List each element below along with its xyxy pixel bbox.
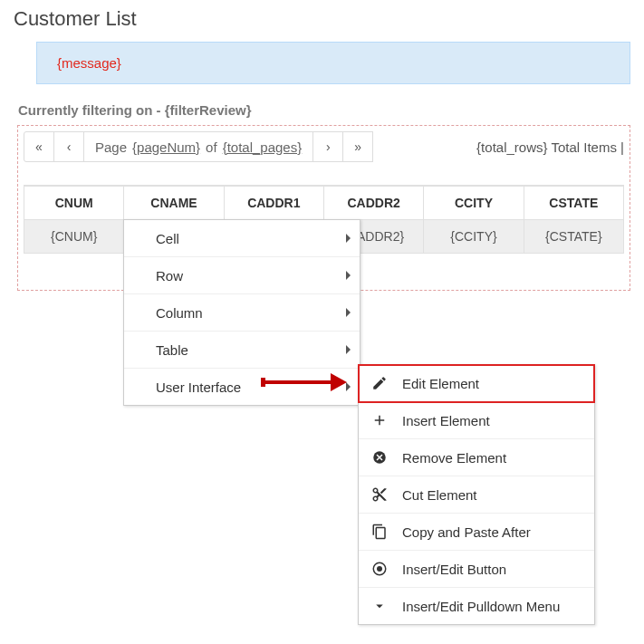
menu-item-label: User Interface bbox=[156, 380, 241, 395]
col-header[interactable]: CSTATE bbox=[524, 186, 623, 220]
pager: « ‹ Page {pageNum} of {total_pages} › » … bbox=[24, 131, 624, 162]
pager-last-button[interactable]: » bbox=[342, 131, 373, 162]
submenu-item-insert-edit-pulldown[interactable]: Insert/Edit Pulldown Menu bbox=[359, 588, 594, 624]
svg-point-2 bbox=[377, 566, 382, 572]
menu-item-label: Copy and Paste After bbox=[402, 524, 531, 540]
menu-item-label: Cell bbox=[156, 231, 179, 246]
filter-value: {filterReview} bbox=[165, 102, 252, 118]
copy-icon bbox=[370, 522, 389, 542]
filter-label-text: Currently filtering on - bbox=[18, 102, 165, 118]
context-submenu: Edit Element Insert Element Remove Eleme… bbox=[358, 364, 595, 625]
submenu-item-insert-element[interactable]: Insert Element bbox=[359, 402, 594, 439]
chevron-right-icon bbox=[346, 308, 351, 317]
submenu-item-edit-element[interactable]: Edit Element bbox=[359, 365, 594, 402]
chevron-right-icon bbox=[346, 345, 351, 354]
menu-item-label: Cut Element bbox=[402, 487, 477, 503]
col-header[interactable]: CADDR2 bbox=[323, 186, 423, 220]
submenu-item-cut-element[interactable]: Cut Element bbox=[359, 476, 594, 514]
pager-page-word: Page bbox=[95, 139, 127, 155]
context-menu: Cell Row Column Table User Interface bbox=[123, 219, 360, 406]
pager-totals: {total_rows} Total Items | bbox=[476, 139, 624, 155]
pager-label: Page {pageNum} of {total_pages} bbox=[83, 131, 313, 162]
plus-icon bbox=[370, 410, 389, 430]
menu-item-label: Table bbox=[156, 342, 188, 358]
pencil-icon bbox=[370, 373, 389, 393]
menu-item-label: Insert/Edit Pulldown Menu bbox=[402, 599, 560, 614]
col-header[interactable]: CADDR1 bbox=[224, 186, 323, 220]
pager-prev-button[interactable]: ‹ bbox=[53, 131, 84, 162]
message-box: {message} bbox=[36, 42, 630, 84]
filter-label: Currently filtering on - {filterReview} bbox=[18, 102, 630, 118]
menu-item-label: Edit Element bbox=[402, 376, 479, 391]
chevron-right-icon bbox=[346, 234, 351, 243]
chevron-right-icon bbox=[346, 382, 351, 391]
pager-next-button[interactable]: › bbox=[312, 131, 343, 162]
col-header[interactable]: CCITY bbox=[424, 186, 524, 220]
submenu-item-remove-element[interactable]: Remove Element bbox=[359, 439, 594, 476]
menu-item-cell[interactable]: Cell bbox=[124, 220, 360, 257]
pager-first-button[interactable]: « bbox=[24, 131, 54, 162]
document-icon bbox=[131, 379, 148, 395]
remove-icon bbox=[370, 447, 389, 467]
radio-button-icon bbox=[370, 559, 389, 579]
pager-page-num[interactable]: {pageNum} bbox=[132, 139, 200, 155]
cell-cstate[interactable]: {CSTATE} bbox=[524, 220, 623, 254]
chevron-right-icon bbox=[346, 271, 351, 280]
menu-item-user-interface[interactable]: User Interface bbox=[124, 369, 360, 405]
menu-item-label: Insert/Edit Button bbox=[402, 562, 506, 577]
page-title: Customer List bbox=[14, 7, 630, 31]
menu-item-label: Row bbox=[156, 268, 183, 284]
pager-total-items-label: Total Items | bbox=[551, 139, 624, 155]
menu-item-label: Column bbox=[156, 305, 203, 321]
cell-ccity[interactable]: {CCITY} bbox=[424, 220, 524, 254]
pager-total-pages[interactable]: {total_pages} bbox=[223, 139, 303, 155]
cell-cnum[interactable]: {CNUM} bbox=[24, 220, 124, 254]
submenu-item-insert-edit-button[interactable]: Insert/Edit Button bbox=[359, 551, 594, 588]
menu-item-row[interactable]: Row bbox=[124, 257, 360, 294]
pager-total-rows: {total_rows} bbox=[476, 139, 547, 155]
col-header[interactable]: CNUM bbox=[24, 186, 124, 220]
menu-item-table[interactable]: Table bbox=[124, 332, 360, 369]
menu-item-label: Insert Element bbox=[402, 413, 490, 428]
submenu-item-copy-paste-after[interactable]: Copy and Paste After bbox=[359, 514, 594, 551]
pager-of-word: of bbox=[206, 139, 217, 155]
menu-item-column[interactable]: Column bbox=[124, 294, 360, 332]
menu-item-label: Remove Element bbox=[402, 450, 506, 466]
chevron-down-icon bbox=[370, 596, 389, 616]
col-header[interactable]: CNAME bbox=[124, 186, 224, 220]
scissors-icon bbox=[370, 485, 389, 505]
